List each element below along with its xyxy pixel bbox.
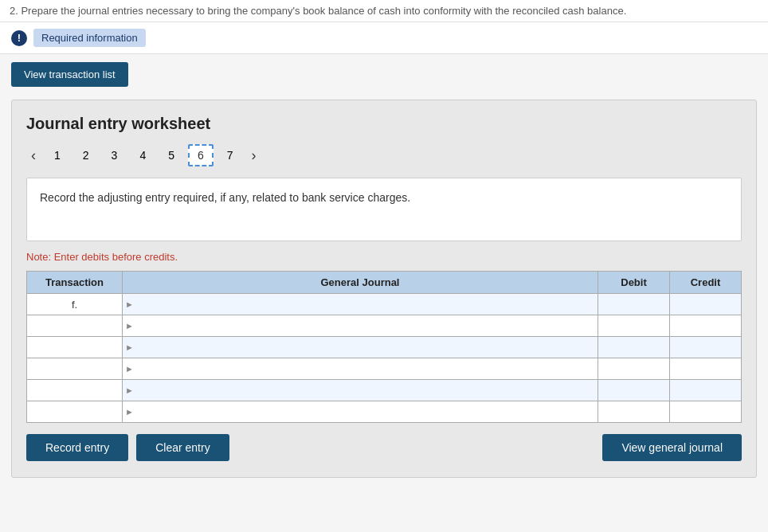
table-row: ► [27, 401, 742, 423]
debit-input-2[interactable] [598, 315, 669, 336]
transaction-cell-1: f. [27, 294, 123, 315]
transaction-cell-2 [27, 315, 123, 337]
credit-cell-2[interactable] [670, 315, 742, 337]
required-info-label: Required information [33, 29, 146, 47]
top-bar-text: 2. Prepare the journal entries necessary… [10, 5, 626, 17]
input-arrow: ► [123, 364, 134, 374]
input-arrow: ► [123, 321, 134, 331]
instruction-text: Record the adjusting entry required, if … [40, 191, 410, 204]
debit-input-6[interactable] [598, 401, 669, 422]
note-text: Note: Enter debits before credits. [26, 251, 742, 263]
page-7[interactable]: 7 [218, 145, 242, 166]
instruction-box: Record the adjusting entry required, if … [26, 178, 742, 241]
general-journal-cell-3[interactable]: ► [123, 337, 598, 358]
debit-cell-4[interactable] [598, 358, 670, 380]
transaction-cell-4 [27, 358, 123, 380]
general-journal-cell-4[interactable]: ► [123, 358, 598, 380]
credit-input-1[interactable] [670, 294, 741, 315]
debit-cell-2[interactable] [598, 315, 670, 337]
page-6[interactable]: 6 [188, 144, 214, 166]
input-arrow: ► [123, 385, 134, 395]
credit-input-4[interactable] [670, 358, 741, 379]
transaction-cell-3 [27, 337, 123, 358]
table-row: f. ► [27, 294, 742, 315]
debit-input-1[interactable] [598, 294, 669, 315]
general-journal-input-1[interactable] [134, 294, 598, 315]
table-row: ► [27, 315, 742, 337]
clear-entry-button[interactable]: Clear entry [136, 434, 229, 461]
credit-cell-6[interactable] [670, 401, 742, 423]
general-journal-cell-1[interactable]: ► [123, 294, 598, 315]
col-header-credit: Credit [670, 272, 742, 294]
credit-input-3[interactable] [670, 337, 741, 358]
debit-input-5[interactable] [598, 380, 669, 401]
journal-table: Transaction General Journal Debit Credit… [26, 271, 742, 423]
general-journal-cell-2[interactable]: ► [123, 315, 598, 337]
debit-cell-5[interactable] [598, 380, 670, 401]
table-row: ► [27, 337, 742, 358]
top-bar: 2. Prepare the journal entries necessary… [0, 0, 768, 22]
credit-cell-1[interactable] [670, 294, 742, 315]
table-row: ► [27, 358, 742, 380]
input-arrow: ► [123, 407, 134, 417]
credit-cell-5[interactable] [670, 380, 742, 401]
credit-input-2[interactable] [670, 315, 741, 336]
bottom-buttons: Record entry Clear entry View general jo… [26, 434, 742, 461]
credit-input-6[interactable] [670, 401, 741, 422]
view-general-journal-button[interactable]: View general journal [602, 434, 742, 461]
view-transaction-button[interactable]: View transaction list [11, 62, 128, 87]
general-journal-input-3[interactable] [134, 337, 598, 358]
input-arrow: ► [123, 299, 134, 309]
debit-cell-6[interactable] [598, 401, 670, 423]
worksheet-container: Journal entry worksheet ‹ 1 2 3 4 5 6 7 … [11, 100, 757, 478]
debit-input-3[interactable] [598, 337, 669, 358]
page-1[interactable]: 1 [45, 145, 69, 166]
col-header-general: General Journal [123, 272, 598, 294]
general-journal-input-6[interactable] [134, 401, 598, 422]
general-journal-cell-6[interactable]: ► [123, 401, 598, 423]
required-info-bar: ! Required information [0, 22, 768, 54]
page-4[interactable]: 4 [131, 145, 155, 166]
credit-input-5[interactable] [670, 380, 741, 401]
credit-cell-4[interactable] [670, 358, 742, 380]
general-journal-cell-5[interactable]: ► [123, 380, 598, 401]
page-3[interactable]: 3 [103, 145, 127, 166]
general-journal-input-2[interactable] [134, 315, 598, 336]
exclamation-icon: ! [11, 30, 27, 46]
col-header-transaction: Transaction [27, 272, 123, 294]
transaction-cell-6 [27, 401, 123, 423]
credit-cell-3[interactable] [670, 337, 742, 358]
general-journal-input-5[interactable] [134, 380, 598, 401]
page-next-arrow[interactable]: › [247, 146, 261, 166]
debit-cell-1[interactable] [598, 294, 670, 315]
transaction-cell-5 [27, 380, 123, 401]
page-2[interactable]: 2 [74, 145, 98, 166]
general-journal-input-4[interactable] [134, 358, 598, 379]
page-prev-arrow[interactable]: ‹ [26, 146, 41, 166]
debit-input-4[interactable] [598, 358, 669, 379]
col-header-debit: Debit [598, 272, 670, 294]
debit-cell-3[interactable] [598, 337, 670, 358]
input-arrow: ► [123, 342, 134, 352]
page-5[interactable]: 5 [159, 145, 183, 166]
table-row: ► [27, 380, 742, 401]
record-entry-button[interactable]: Record entry [26, 434, 128, 461]
pagination-row: ‹ 1 2 3 4 5 6 7 › [26, 144, 742, 166]
worksheet-title: Journal entry worksheet [26, 115, 742, 133]
